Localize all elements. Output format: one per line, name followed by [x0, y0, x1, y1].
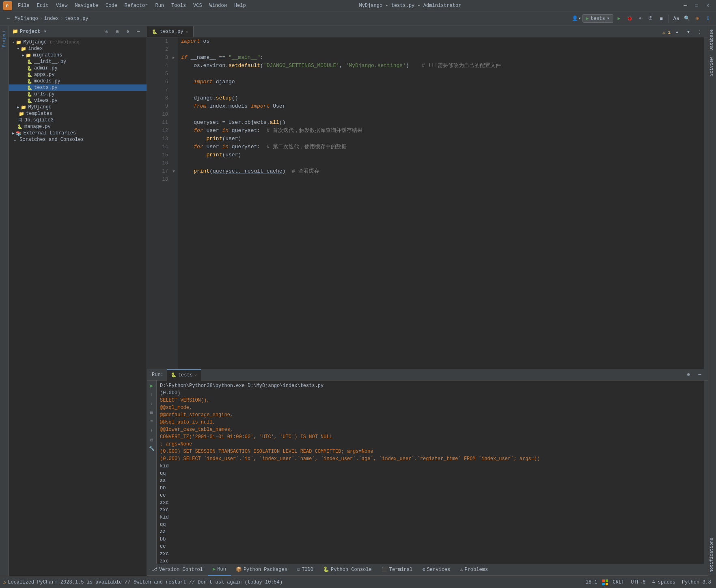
- tree-item-extlibs[interactable]: ▶ 📚 External Libraries: [9, 130, 147, 136]
- collapse-all-button[interactable]: ⊟: [112, 27, 122, 37]
- close-button[interactable]: ✕: [703, 1, 713, 11]
- tree-item-templates[interactable]: 📁 templates: [9, 110, 147, 117]
- run-close-button[interactable]: —: [695, 370, 705, 380]
- status-line-sep[interactable]: CRLF: [611, 579, 626, 586]
- line-num-13: 13: [147, 135, 170, 143]
- status-python-version[interactable]: Python 3.8: [680, 579, 713, 586]
- tab-close-button[interactable]: ✕: [186, 29, 188, 34]
- tab-terminal[interactable]: ⬛ Terminal: [377, 564, 418, 576]
- tree-item-apps[interactable]: 🐍 apps.py: [9, 71, 147, 78]
- project-tool-icon[interactable]: Project: [2, 28, 6, 50]
- tree-item-db[interactable]: 🗄 db.sqlite3: [9, 117, 147, 123]
- settings-button[interactable]: ⚙: [692, 14, 702, 24]
- code-lines[interactable]: import os if __name__ == "__main__": os.…: [178, 37, 704, 369]
- profile-button[interactable]: ⏱: [646, 14, 656, 24]
- menu-refactor[interactable]: Refactor: [121, 2, 151, 9]
- run-filter-button[interactable]: ≡: [148, 418, 155, 425]
- debug-button[interactable]: 🐞: [625, 14, 634, 24]
- tab-python-console[interactable]: 🐍 Python Console: [318, 564, 377, 576]
- tab-version-control[interactable]: ⎇ Version Control: [147, 564, 208, 576]
- fold-line-17[interactable]: ▼: [170, 167, 178, 175]
- code-line-2: [178, 45, 704, 54]
- console-output[interactable]: D:\Python\Python38\python.exe D:\MyDjang…: [157, 380, 704, 564]
- menu-help[interactable]: Help: [231, 2, 249, 9]
- tab-python-packages[interactable]: 📦 Python Packages: [231, 564, 292, 576]
- console-scrollbar[interactable]: [704, 380, 708, 564]
- breadcrumb-file[interactable]: tests.py: [65, 16, 88, 22]
- editor-down-button[interactable]: ▼: [684, 27, 693, 37]
- minimize-button[interactable]: ─: [680, 1, 690, 11]
- menu-window[interactable]: Window: [206, 2, 230, 9]
- menu-view[interactable]: View: [53, 2, 71, 9]
- editor-up-button[interactable]: ▲: [672, 27, 682, 37]
- menu-vcs[interactable]: VCS: [190, 2, 205, 9]
- tab-services[interactable]: ⚙ Services: [417, 564, 455, 576]
- tree-item-scratches[interactable]: ✏ Scratches and Consoles: [9, 136, 147, 143]
- info-button[interactable]: ℹ: [703, 14, 713, 24]
- scope-button[interactable]: ◎: [102, 27, 112, 37]
- breadcrumb-project[interactable]: MyDjango: [15, 16, 38, 22]
- stop-button[interactable]: ◼: [656, 14, 666, 24]
- translate-button[interactable]: Aa: [671, 14, 681, 24]
- tree-item-tests[interactable]: 🐍 tests.py: [9, 84, 147, 91]
- rerun-button[interactable]: ▶: [148, 382, 155, 389]
- run-settings-button[interactable]: ⚙: [684, 370, 693, 380]
- run-stop-button[interactable]: ◼: [148, 409, 155, 416]
- menu-run[interactable]: Run: [152, 2, 167, 9]
- py-icon: 🐍: [27, 65, 32, 71]
- status-indent[interactable]: 4 spaces: [650, 579, 677, 586]
- bottom-tab-tests[interactable]: 🐍 tests ✕: [167, 369, 201, 380]
- line-num-1: 1: [147, 37, 170, 45]
- tab-todo[interactable]: ☑ TODO: [292, 564, 318, 576]
- editor-scrollbar[interactable]: [704, 37, 708, 369]
- editor-more-button[interactable]: ⋮: [695, 27, 705, 37]
- status-encoding[interactable]: UTF-8: [629, 579, 647, 586]
- tree-item-models[interactable]: 🐍 models.py: [9, 78, 147, 84]
- project-dropdown-icon[interactable]: ▾: [43, 28, 46, 35]
- fold-line-3[interactable]: ▶: [170, 54, 178, 62]
- tree-item-admin[interactable]: 🐍 admin.py: [9, 65, 147, 71]
- tree-item-manage[interactable]: 🐍 manage.py: [9, 123, 147, 130]
- menu-edit[interactable]: Edit: [34, 2, 52, 9]
- tree-item-init[interactable]: 🐍 __init__.py: [9, 58, 147, 65]
- search-button[interactable]: 🔍: [682, 14, 692, 24]
- run-tab-icon: 🐍: [171, 372, 177, 378]
- right-tab-database[interactable]: Database: [708, 26, 716, 54]
- account-button[interactable]: 👤▾: [572, 14, 582, 24]
- bottom-tab-close[interactable]: ✕: [194, 373, 197, 378]
- run-tools-button[interactable]: 🔧: [148, 445, 155, 452]
- code-line-13: print(user): [178, 135, 704, 143]
- menu-file[interactable]: File: [15, 2, 33, 9]
- run-scroll-button[interactable]: ⬇: [148, 427, 155, 434]
- project-folder-icon: 📁: [12, 28, 18, 35]
- coverage-button[interactable]: ☂: [635, 14, 645, 24]
- tree-settings-button[interactable]: ⚙: [123, 27, 133, 37]
- tab-label: Run: [217, 566, 226, 572]
- menu-navigate[interactable]: Navigate: [71, 2, 101, 9]
- run-config-selector[interactable]: ▶ tests ▾: [582, 14, 613, 23]
- tree-item-index[interactable]: ▾ 📁 index: [9, 45, 147, 52]
- stop-run-button[interactable]: ↑: [148, 391, 155, 398]
- breadcrumb-module[interactable]: index: [44, 16, 59, 22]
- back-button[interactable]: ←: [3, 14, 13, 24]
- status-position[interactable]: 18:1: [584, 579, 599, 586]
- tab-run[interactable]: ▶ Run: [208, 564, 231, 576]
- right-tab-sciview[interactable]: SciView: [708, 54, 716, 79]
- tree-item-mydjango[interactable]: ▶ 📁 MyDjango: [9, 104, 147, 110]
- run-down-button[interactable]: ↓: [148, 400, 155, 407]
- menu-tools[interactable]: Tools: [168, 2, 189, 9]
- tree-item-root[interactable]: ▾ 📁 MyDjango D:\MyDjango: [9, 39, 147, 45]
- editor-tab-tests[interactable]: 🐍 tests.py ✕: [147, 26, 194, 37]
- right-tab-notifications[interactable]: Notifications: [708, 534, 716, 576]
- line-num-11: 11: [147, 119, 170, 127]
- menu-code[interactable]: Code: [102, 2, 121, 9]
- tree-item-urls[interactable]: 🐍 urls.py: [9, 91, 147, 97]
- tree-item-migrations[interactable]: ▶ 📁 migrations: [9, 52, 147, 58]
- maximize-button[interactable]: □: [692, 1, 701, 11]
- tree-item-views[interactable]: 🐍 views.py: [9, 97, 147, 104]
- run-button[interactable]: ▶: [614, 14, 624, 24]
- tab-problems[interactable]: ⚠ Problems: [455, 564, 493, 576]
- run-print-button[interactable]: 🖨: [148, 436, 155, 443]
- project-hide-button[interactable]: —: [134, 27, 143, 37]
- status-warning-text[interactable]: Localized PyCharm 2023.1.5 is available …: [8, 579, 283, 585]
